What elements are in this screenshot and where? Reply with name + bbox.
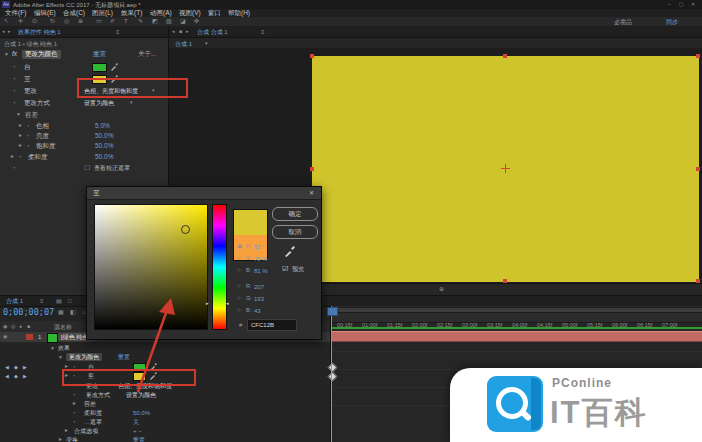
menu-layer[interactable]: 图层(L) xyxy=(92,10,113,17)
anchor-point[interactable] xyxy=(505,164,506,173)
stopwatch-icon[interactable]: ◔ xyxy=(12,100,16,106)
menu-help[interactable]: 帮助(H) xyxy=(228,10,250,17)
stopwatch-icon[interactable]: ◔ xyxy=(18,154,22,160)
menu-composition[interactable]: 合成(C) xyxy=(63,10,85,17)
shape-tool-icon[interactable]: ▭ xyxy=(96,18,102,24)
stopwatch-icon[interactable]: ◔ xyxy=(72,383,76,389)
layer-handle[interactable] xyxy=(503,54,507,58)
effect-reset-link[interactable]: 重置 xyxy=(93,51,106,58)
color-field-cursor[interactable] xyxy=(181,225,190,234)
puppet-pin-tool-icon[interactable]: ✜ xyxy=(194,18,199,24)
timeline-change-value[interactable]: 色相、亮度和饱和度 xyxy=(118,383,172,389)
twirl-closed-icon[interactable]: ► xyxy=(58,437,63,442)
color-picker-titlebar[interactable]: 至 ✕ xyxy=(87,187,321,200)
keyframe-next-icon[interactable]: ▶ xyxy=(23,373,27,379)
comp-options-buttons[interactable]: + − xyxy=(133,428,142,434)
timeline-effect-reset[interactable]: 重置 xyxy=(118,354,130,360)
hue-strip[interactable] xyxy=(212,204,227,330)
keyframe-add-icon[interactable]: ◆ xyxy=(14,364,18,370)
roto-brush-tool-icon[interactable]: ◪ xyxy=(180,18,186,24)
pan-behind-tool-icon[interactable]: ⊕ xyxy=(78,18,83,24)
h-radio[interactable]: ◉ xyxy=(237,243,242,249)
g-radio[interactable]: ○ xyxy=(237,295,241,301)
timeline-tolerance-label[interactable]: 容差 xyxy=(84,401,96,407)
dialog-close-icon[interactable]: ✕ xyxy=(309,190,314,196)
source-name-column[interactable]: 源名称 xyxy=(54,324,72,330)
layer-handle[interactable] xyxy=(696,167,700,171)
stopwatch-icon[interactable]: ◔ xyxy=(12,64,16,70)
stopwatch-icon[interactable]: ◔ xyxy=(26,143,30,149)
keyframe-prev-icon[interactable]: ◀ xyxy=(5,364,9,370)
layer-label-color[interactable] xyxy=(26,334,33,340)
twirl-closed-icon[interactable]: ► xyxy=(18,133,23,138)
twirl-closed-icon[interactable]: ► xyxy=(18,143,23,148)
saturation-value[interactable]: 50.0% xyxy=(95,143,113,150)
stopwatch-icon[interactable]: ◔ xyxy=(72,373,76,379)
tab-composition[interactable]: 合成 合成 1 xyxy=(197,29,228,35)
g-value[interactable]: 193 xyxy=(254,296,264,302)
panel-nav-right-icon[interactable]: ▸ xyxy=(8,29,11,34)
menu-view[interactable]: 视图(V) xyxy=(179,10,201,17)
panel-nav-left-icon[interactable]: ◂ xyxy=(172,29,175,34)
pen-tool-icon[interactable]: ✐ xyxy=(110,18,115,24)
panel-menu-icon[interactable]: ≡ xyxy=(261,29,265,35)
exposure-icon[interactable]: ⊕ xyxy=(439,286,444,292)
layer-handle[interactable] xyxy=(696,54,700,58)
keyframe-prev-icon[interactable]: ◀ xyxy=(5,373,9,379)
draft-3d-icon[interactable]: ◧ xyxy=(70,309,76,315)
r-value[interactable]: 207 xyxy=(254,284,264,290)
preview-checkbox[interactable]: ☑ xyxy=(282,265,288,272)
effect-name[interactable]: 更改为颜色 xyxy=(22,50,61,59)
tab-timeline-comp[interactable]: 合成 1 xyxy=(6,298,23,304)
keyframe-next-icon[interactable]: ▶ xyxy=(23,364,27,370)
timeline-matte-value[interactable]: 关 xyxy=(133,419,139,425)
transform-label[interactable]: 变换 xyxy=(66,437,78,442)
timeline-to-swatch[interactable] xyxy=(133,372,146,381)
softness-value[interactable]: 50.0% xyxy=(95,154,113,161)
text-tool-icon[interactable]: T xyxy=(124,18,128,24)
picker-eyedropper-icon[interactable] xyxy=(284,245,296,257)
rotate-tool-icon[interactable]: ↻ xyxy=(50,18,55,24)
layer-duration-bar[interactable] xyxy=(331,331,702,342)
b-value[interactable]: 81 % xyxy=(254,268,268,274)
twirl-closed-icon[interactable]: ► xyxy=(64,373,69,378)
panel-nav-right-icon[interactable]: ▸ xyxy=(186,29,189,34)
twirl-open-icon[interactable]: ▼ xyxy=(50,346,55,351)
comp-mini-flowchart-icon[interactable]: ▦ xyxy=(58,309,64,315)
playhead-head[interactable] xyxy=(327,307,338,316)
twirl-open-icon[interactable]: ▼ xyxy=(16,112,21,117)
keyframe-diamond[interactable] xyxy=(328,372,338,382)
keyframe-add-icon[interactable]: ◆ xyxy=(14,373,18,379)
twirl-closed-icon[interactable]: ► xyxy=(72,401,77,406)
camera-tool-icon[interactable]: ◎ xyxy=(64,18,69,24)
effect-about-link[interactable]: 关于... xyxy=(138,51,156,58)
ok-button[interactable]: 确定 xyxy=(272,207,318,221)
stopwatch-icon[interactable]: ◔ xyxy=(26,123,30,129)
panel-nav-left-icon[interactable]: ◂ xyxy=(2,29,5,34)
timeline-to-label[interactable]: 至 xyxy=(88,373,94,379)
comp-breadcrumb[interactable]: 合成 1 xyxy=(175,41,192,47)
playhead-line[interactable] xyxy=(331,306,332,442)
stopwatch-icon[interactable]: ◔ xyxy=(12,76,16,82)
stopwatch-icon[interactable]: ◔ xyxy=(72,364,76,370)
menu-window[interactable]: 窗口 xyxy=(208,10,221,17)
minimize-button[interactable]: – xyxy=(668,2,671,7)
timeline-from-label[interactable]: 自 xyxy=(88,364,94,370)
timeline-to-eyedropper-icon[interactable] xyxy=(149,371,158,380)
stopwatch-icon[interactable]: ◔ xyxy=(12,165,16,171)
twirl-closed-icon[interactable]: ► xyxy=(64,428,69,433)
menu-edit[interactable]: 编辑(E) xyxy=(34,10,56,17)
timeline-change-by-value[interactable]: 设置为颜色 xyxy=(126,392,156,398)
current-timecode[interactable]: 0;00;00;07 xyxy=(3,307,54,317)
timeline-from-eyedropper-icon[interactable] xyxy=(149,362,158,371)
comp-options-label[interactable]: 合成选项 xyxy=(74,428,98,434)
workspace-item[interactable]: 必需品 xyxy=(614,19,632,25)
twirl-open-icon[interactable]: ▼ xyxy=(4,52,9,57)
hue-value[interactable]: 5.0% xyxy=(95,123,110,130)
timeline-softness-value[interactable]: 50.0% xyxy=(133,410,150,416)
eraser-tool-icon[interactable]: ▨ xyxy=(166,18,172,24)
panel-menu-icon[interactable]: ≡ xyxy=(116,29,120,35)
layer-handle[interactable] xyxy=(310,167,314,171)
stopwatch-icon[interactable]: ◔ xyxy=(72,419,76,425)
lightness-value[interactable]: 50.0% xyxy=(95,133,113,140)
